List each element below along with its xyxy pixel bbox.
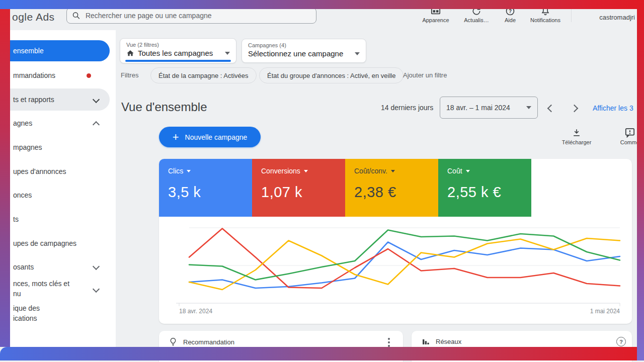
search-icon [72,11,80,20]
account-email[interactable]: castromadjri [579,14,635,21]
filter-chip-adgroup-state[interactable]: État du groupe d'annonces : Activé, en v… [259,67,404,83]
metric-card-cout[interactable]: Coût 2,55 k € [438,159,531,217]
download-icon [572,128,582,138]
chevron-right-icon [570,104,578,112]
google-ads-logo: ogle Ads [12,11,55,23]
sidebar-item-campagnes-section[interactable]: agnes [10,116,110,130]
header-divider [571,7,572,22]
sidebar-item-groupes-annonces[interactable]: upes d'annonces [10,164,110,178]
filters-label: Filtres [121,71,138,79]
caret-down-icon [355,52,360,55]
bar-chart-icon [422,337,430,345]
next-period-button[interactable] [566,100,583,116]
date-range-dropdown[interactable]: 18 avr. – 1 mai 2024 [440,97,538,119]
sidebar-item-groupes-campagnes[interactable]: upes de campagnes [10,236,110,250]
svg-text:?: ? [509,9,512,14]
sidebar-nav: ensemble mmandations ts et rapports agne… [10,30,116,347]
sidebar-item-historique-modifications[interactable]: ique des ications [10,303,110,323]
download-button[interactable]: Télécharger [558,128,595,145]
chevron-down-icon [93,263,100,270]
page-title: Vue d'ensemble [121,100,207,114]
sidebar-item-annonces[interactable]: onces [10,188,110,202]
caret-down-icon [187,170,191,172]
trend-line-chart: 18 avr. 2024 1 mai 2024 [159,217,632,324]
caret-down-icon [304,170,308,172]
previous-period-button[interactable] [542,100,559,116]
metric-card-cout-conv[interactable]: Coût/conv. 2,38 € [345,159,438,217]
frame-bottom-gradient [0,347,644,360]
view-selector-dropdown[interactable]: Vue (2 filtres) Toutes les campagnes [120,38,236,63]
chevron-up-icon [93,121,100,128]
metric-card-clics[interactable]: Clics 3,5 k [159,159,252,217]
caret-down-icon [526,106,531,109]
sidebar-item-assets[interactable]: ts [10,212,110,226]
lightbulb-icon [169,337,177,346]
chevron-left-icon [547,104,555,112]
overview-trend-card: Clics 3,5 k Conversions 1,07 k Coût/conv… [159,159,632,324]
sidebar-item-vue-densemble[interactable]: ensemble [10,40,110,61]
active-underline [125,60,231,62]
plus-icon: + [173,132,179,142]
period-label: 14 derniers jours [381,104,433,112]
chevron-down-icon [93,96,100,103]
comment-icon [624,128,635,138]
add-filter-button[interactable]: Ajouter un filtre [403,71,447,79]
show-more-days-link[interactable]: Afficher les 3 [593,104,633,112]
global-search[interactable] [66,8,316,24]
metric-card-conversions[interactable]: Conversions 1,07 k [252,159,345,217]
sidebar-item-campagnes[interactable]: mpagnes [10,140,110,154]
red-dot-badge [87,73,91,78]
campaign-selector-dropdown[interactable]: Campagnes (4) Sélectionnez une campagne [242,39,366,63]
home-icon [126,49,134,57]
frame-left-gradient [0,9,10,347]
x-axis-end-label: 1 mai 2024 [590,308,620,315]
sidebar-item-insights-rapports[interactable]: ts et rapports [10,88,110,111]
help-circle-icon[interactable]: ? [616,337,626,346]
sidebar-item-recommandations[interactable]: mmandations [10,68,110,82]
caret-down-icon [225,52,230,55]
sidebar-item-composants[interactable]: osants [10,260,110,274]
caret-down-icon [391,170,395,172]
new-campaign-button[interactable]: + Nouvelle campagne [159,127,261,147]
caret-down-icon [466,170,470,172]
frame-top-gradient [0,0,644,9]
x-axis-start-label: 18 avr. 2024 [179,308,212,315]
sidebar-item-audiences-mots-cles[interactable]: nces, mots clés et nu [10,279,110,299]
frame-right-gradient [637,0,644,360]
filter-chip-campaign-state[interactable]: État de la campagne : Activées [150,67,257,83]
search-input[interactable] [85,11,311,20]
